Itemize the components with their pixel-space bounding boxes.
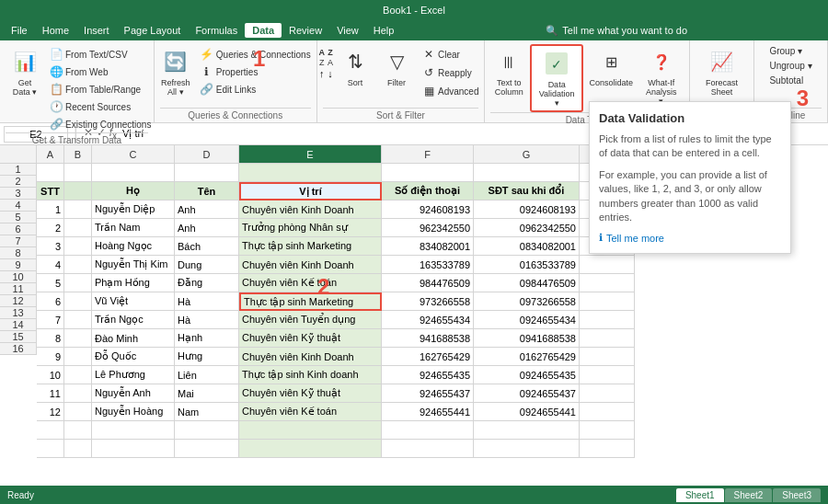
menu-item-data[interactable]: Data xyxy=(245,23,282,38)
row-header-16[interactable]: 16 xyxy=(0,343,37,355)
cell-d5[interactable]: Bách xyxy=(175,237,239,256)
menu-item-file[interactable]: File xyxy=(4,23,35,38)
existing-connections-button[interactable]: 🔗 Existing Connections xyxy=(46,116,155,132)
cell-c10[interactable]: Đào Minh xyxy=(92,329,175,348)
cell-b10[interactable] xyxy=(64,329,92,348)
cell-d12[interactable]: Liên xyxy=(175,366,239,384)
cell-c12[interactable]: Lê Phương xyxy=(92,366,175,384)
sheet-tab-1[interactable]: Sheet1 xyxy=(676,488,724,502)
cell-g16[interactable] xyxy=(474,440,580,458)
cell-c4[interactable]: Trần Nam xyxy=(92,219,175,237)
cell-d16[interactable] xyxy=(175,440,239,458)
cell-a6[interactable]: 4 xyxy=(37,256,64,274)
cell-d6[interactable]: Dung xyxy=(175,256,239,274)
cell-c7[interactable]: Phạm Hồng xyxy=(92,274,175,292)
col-header-e[interactable]: E xyxy=(239,145,382,164)
cell-b2[interactable] xyxy=(64,182,92,200)
cell-b7[interactable] xyxy=(64,274,92,292)
sheet-tab-3[interactable]: Sheet3 xyxy=(773,488,821,502)
clear-button[interactable]: ✕ Clear xyxy=(419,46,482,63)
cell-b16[interactable] xyxy=(64,440,92,458)
cell-f12[interactable]: 924655435 xyxy=(382,366,474,384)
reapply-button[interactable]: ↺ Reapply xyxy=(419,64,482,81)
cell-e8[interactable]: Thực tập sinh Marketing xyxy=(239,292,382,311)
sort-button[interactable]: ⇅ Sort xyxy=(336,44,374,90)
cell-b9[interactable] xyxy=(64,311,92,329)
cell-e3[interactable]: Chuyên viên Kinh Doanh xyxy=(239,200,382,219)
menu-item-formulas[interactable]: Formulas xyxy=(188,23,245,38)
col-header-d[interactable]: D xyxy=(175,145,239,164)
cell-k13[interactable] xyxy=(580,384,635,403)
group-button[interactable]: Group ▾ xyxy=(765,44,806,58)
col-header-b[interactable]: B xyxy=(64,145,92,164)
cell-g8[interactable]: 0973266558 xyxy=(474,292,580,311)
cell-e5[interactable]: Thực tập sinh Marketing xyxy=(239,237,382,256)
cell-f1[interactable] xyxy=(382,164,474,182)
cell-c6[interactable]: Nguyễn Thị Kim xyxy=(92,256,175,274)
col-header-g[interactable]: G xyxy=(474,145,580,164)
consolidate-button[interactable]: ⊞ Consolidate xyxy=(586,44,637,90)
row-header-2[interactable]: 2 xyxy=(0,176,37,188)
cell-a14[interactable]: 12 xyxy=(37,403,64,421)
cell-b11[interactable] xyxy=(64,348,92,366)
cell-g2[interactable]: SĐT sau khi đổi xyxy=(474,182,580,200)
get-data-button[interactable]: 📊 GetData ▾ xyxy=(6,44,44,132)
cell-b13[interactable] xyxy=(64,384,92,403)
cell-d15[interactable] xyxy=(175,421,239,440)
cell-b3[interactable] xyxy=(64,200,92,219)
cell-e13[interactable]: Chuyên viên Kỹ thuật xyxy=(239,384,382,403)
cell-k15[interactable] xyxy=(580,421,635,440)
cell-f4[interactable]: 962342550 xyxy=(382,219,474,237)
row-header-15[interactable]: 15 xyxy=(0,331,37,343)
from-table-button[interactable]: 📋 From Table/Range xyxy=(46,81,155,97)
cell-c3[interactable]: Nguyễn Diệp xyxy=(92,200,175,219)
cell-f7[interactable]: 984476509 xyxy=(382,274,474,292)
cell-d10[interactable]: Hạnh xyxy=(175,329,239,348)
cell-a1[interactable] xyxy=(37,164,64,182)
cell-a7[interactable]: 5 xyxy=(37,274,64,292)
cell-d14[interactable]: Nam xyxy=(175,403,239,421)
cell-e11[interactable]: Chuyên viên Kinh Doanh xyxy=(239,348,382,366)
text-to-column-button[interactable]: ⫼ Text toColumn xyxy=(490,44,527,99)
cell-b14[interactable] xyxy=(64,403,92,421)
forecast-sheet-button[interactable]: 📈 ForecastSheet xyxy=(701,44,742,99)
row-header-5[interactable]: 5 xyxy=(0,212,37,223)
cell-a12[interactable]: 10 xyxy=(37,366,64,384)
cell-e1[interactable] xyxy=(239,164,382,182)
cell-a15[interactable] xyxy=(37,421,64,440)
cell-a8[interactable]: 6 xyxy=(37,292,64,311)
cell-e10[interactable]: Chuyên viên Kỹ thuật xyxy=(239,329,382,348)
cell-g9[interactable]: 0924655434 xyxy=(474,311,580,329)
row-header-3[interactable]: 3 xyxy=(0,188,37,200)
cell-g12[interactable]: 0924655435 xyxy=(474,366,580,384)
cell-e7[interactable]: Chuyên viên Kế toán xyxy=(239,274,382,292)
cell-k16[interactable] xyxy=(580,440,635,458)
cell-a4[interactable]: 2 xyxy=(37,219,64,237)
menu-item-page-layout[interactable]: Page Layout xyxy=(117,23,189,38)
cell-c13[interactable]: Nguyễn Anh xyxy=(92,384,175,403)
cell-a5[interactable]: 3 xyxy=(37,237,64,256)
cell-b1[interactable] xyxy=(64,164,92,182)
cell-e14[interactable]: Chuyên viên Kế toán xyxy=(239,403,382,421)
cell-k7[interactable] xyxy=(580,274,635,292)
cell-g10[interactable]: 0941688538 xyxy=(474,329,580,348)
cell-f9[interactable]: 924655434 xyxy=(382,311,474,329)
cell-f10[interactable]: 941688538 xyxy=(382,329,474,348)
cell-c5[interactable]: Hoàng Ngọc xyxy=(92,237,175,256)
row-header-13[interactable]: 13 xyxy=(0,307,37,319)
cell-c2[interactable]: Họ xyxy=(92,182,175,200)
cell-a3[interactable]: 1 xyxy=(37,200,64,219)
cell-f14[interactable]: 924655441 xyxy=(382,403,474,421)
cell-b5[interactable] xyxy=(64,237,92,256)
cell-k12[interactable] xyxy=(580,366,635,384)
sheet-tab-2[interactable]: Sheet2 xyxy=(725,488,773,502)
cell-g5[interactable]: 0834082001 xyxy=(474,237,580,256)
data-validation-button[interactable]: ✓ DataValidation ▾ xyxy=(530,44,583,112)
cell-d9[interactable]: Hà xyxy=(175,311,239,329)
cell-f6[interactable]: 163533789 xyxy=(382,256,474,274)
row-header-6[interactable]: 6 xyxy=(0,223,37,235)
cell-a16[interactable] xyxy=(37,440,64,458)
cell-a13[interactable]: 11 xyxy=(37,384,64,403)
tell-me-more-link[interactable]: ℹ Tell me more xyxy=(599,232,781,244)
tell-me[interactable]: Tell me what you want to do xyxy=(562,25,687,36)
